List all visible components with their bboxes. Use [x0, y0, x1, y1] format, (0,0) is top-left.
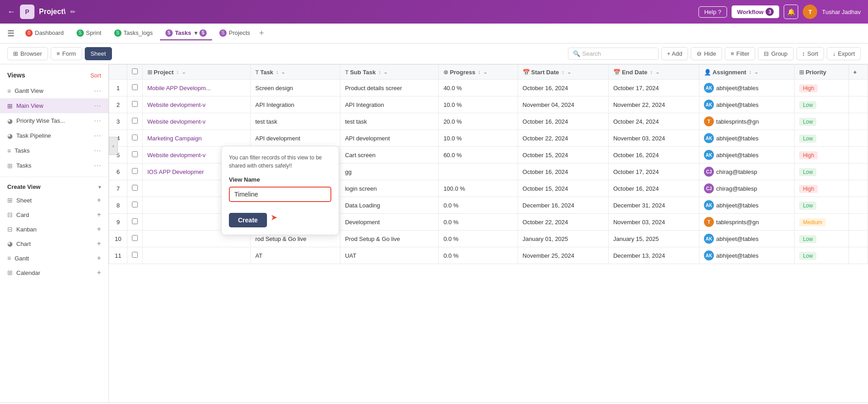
subtask-filter-icon[interactable]: ⌄ [383, 69, 388, 75]
row-checkbox[interactable] [132, 151, 138, 157]
start-date-sort-icon[interactable]: ↕ [562, 69, 564, 75]
col-header-assignee[interactable]: 👤 Assignment ↕ ⌄ [699, 65, 795, 80]
subtask-sort-icon[interactable]: ↕ [378, 69, 381, 75]
create-kanban-item[interactable]: ⊟ Kanban + [0, 222, 108, 236]
create-sheet-item[interactable]: ⊞ Sheet + [0, 193, 108, 207]
back-button[interactable]: ← [7, 7, 15, 17]
sheet-btn[interactable]: Sheet [85, 47, 112, 60]
sidebar-item-tasks-2[interactable]: ⊞ Tasks ⋯ [0, 158, 108, 173]
assignee-sort-icon[interactable]: ↕ [749, 69, 752, 75]
row-checkbox[interactable] [132, 218, 138, 224]
row-checkbox[interactable] [132, 135, 138, 140]
search-box[interactable]: 🔍 Search [568, 48, 659, 60]
sort-button[interactable]: ↕ Sort [796, 47, 824, 60]
notification-button[interactable]: 🔔 [784, 5, 798, 19]
project-link[interactable]: IOS APP Developmer [147, 168, 204, 175]
project-sort-icon[interactable]: ↕ [176, 69, 179, 75]
form-btn[interactable]: ≡ Form [51, 47, 82, 60]
col-header-task[interactable]: T Task ↕ ⌄ [251, 65, 340, 80]
group-button[interactable]: ⊟ Group [758, 47, 793, 60]
col-header-progress[interactable]: ⊗ Progress ↕ ⌄ [439, 65, 518, 80]
export-button[interactable]: ↓ Export [827, 47, 861, 60]
row-check[interactable] [127, 130, 143, 147]
sidebar-item-tasks-1[interactable]: ≡ Tasks ⋯ [0, 143, 108, 158]
task-filter-icon[interactable]: ⌄ [281, 69, 285, 75]
task-pipeline-dots[interactable]: ⋯ [94, 131, 101, 140]
col-header-priority[interactable]: ⊞ Priority [795, 65, 849, 80]
project-link[interactable]: Website devlopment-v [147, 152, 205, 159]
user-avatar-button[interactable]: T [803, 5, 817, 19]
row-check[interactable] [127, 247, 143, 264]
project-link[interactable]: Mobile APP Developm... [147, 85, 211, 91]
assignee-filter-icon[interactable]: ⌄ [754, 69, 758, 75]
browser-btn[interactable]: ⊞ Browser [7, 47, 48, 60]
row-checkbox[interactable] [132, 185, 138, 191]
project-link[interactable]: Marketing Campaign [147, 135, 202, 142]
sidebar-collapse-button[interactable]: ‹ [109, 137, 118, 155]
row-check[interactable] [127, 231, 143, 247]
priority-wise-dots[interactable]: ⋯ [94, 116, 101, 125]
col-header-project[interactable]: ⊞ Project ↕ ⌄ [143, 65, 251, 80]
menu-icon[interactable]: ☰ [7, 29, 15, 38]
row-check[interactable] [127, 80, 143, 96]
row-checkbox[interactable] [132, 101, 138, 107]
row-check[interactable] [127, 96, 143, 113]
tab-dashboard[interactable]: 0 Dashboard [20, 27, 69, 40]
row-checkbox[interactable] [132, 252, 138, 258]
help-button[interactable]: Help ? [698, 6, 727, 18]
row-checkbox[interactable] [132, 84, 138, 90]
task-sort-icon[interactable]: ↕ [276, 69, 279, 75]
sidebar-item-task-pipeline[interactable]: ◕ Task Pipeline ⋯ [0, 128, 108, 143]
row-check[interactable] [127, 214, 143, 231]
create-chart-item[interactable]: ◕ Chart + [0, 236, 108, 251]
filter-button[interactable]: ≡ Filter [725, 47, 755, 60]
start-date-filter-icon[interactable]: ⌄ [567, 69, 571, 75]
row-check[interactable] [127, 180, 143, 197]
select-all-checkbox[interactable] [132, 68, 138, 74]
chart-plus-icon[interactable]: + [97, 240, 101, 248]
row-check[interactable] [127, 164, 143, 180]
project-link[interactable]: Website devlopment-v [147, 118, 205, 125]
end-date-filter-icon[interactable]: ⌄ [655, 69, 659, 75]
create-view-button[interactable]: Create [229, 213, 267, 227]
row-checkbox[interactable] [132, 118, 138, 124]
tab-sprint[interactable]: S Sprint [71, 27, 107, 40]
gantt-view-dots[interactable]: ⋯ [94, 87, 101, 95]
main-view-dots[interactable]: ⋯ [94, 101, 101, 110]
add-button[interactable]: + Add [661, 47, 689, 60]
col-header-start-date[interactable]: 📅 Start Date ↕ ⌄ [518, 65, 608, 80]
view-name-input[interactable] [229, 187, 331, 202]
gantt-plus-icon[interactable]: + [97, 254, 101, 262]
workflow-button[interactable]: Workflow 3 [732, 5, 779, 18]
tab-tasks-logs[interactable]: S Tasks_logs [109, 27, 158, 40]
progress-filter-icon[interactable]: ⌄ [483, 69, 487, 75]
row-checkbox[interactable] [132, 235, 138, 241]
row-check[interactable] [127, 113, 143, 130]
end-date-sort-icon[interactable]: ↕ [650, 69, 653, 75]
tasks1-dots[interactable]: ⋯ [94, 146, 101, 155]
create-calendar-item[interactable]: ⊞ Calendar + [0, 265, 108, 280]
row-check[interactable] [127, 197, 143, 214]
edit-icon[interactable]: ✏ [70, 8, 76, 15]
sidebar-item-gantt-view[interactable]: ≡ Gantt View ⋯ [0, 83, 108, 98]
project-filter-icon[interactable]: ⌄ [182, 69, 186, 75]
row-checkbox[interactable] [132, 202, 138, 207]
calendar-plus-icon[interactable]: + [97, 269, 101, 277]
sidebar-item-priority-wise[interactable]: ◕ Priority Wise Tas... ⋯ [0, 113, 108, 128]
row-checkbox[interactable] [132, 168, 138, 174]
tasks2-dots[interactable]: ⋯ [94, 161, 101, 170]
col-header-end-date[interactable]: 📅 End Date ↕ ⌄ [608, 65, 699, 80]
col-header-subtask[interactable]: T Sub Task ↕ ⌄ [340, 65, 439, 80]
row-check[interactable] [127, 147, 143, 164]
tab-tasks[interactable]: S Tasks ▾ S [160, 27, 212, 40]
create-card-item[interactable]: ⊟ Card + [0, 207, 108, 222]
create-view-header[interactable]: Create View ▾ [0, 181, 108, 193]
create-gantt-item[interactable]: ≡ Gantt + [0, 251, 108, 265]
hide-button[interactable]: ⊖ Hide [691, 47, 722, 60]
tab-add-button[interactable]: + [259, 29, 264, 38]
progress-sort-icon[interactable]: ↕ [478, 69, 481, 75]
sheet-plus-icon[interactable]: + [97, 196, 101, 204]
col-header-add[interactable]: + [849, 65, 868, 80]
tab-projects[interactable]: S Projects [214, 27, 256, 40]
project-link[interactable]: Website devlopment-v [147, 101, 205, 108]
